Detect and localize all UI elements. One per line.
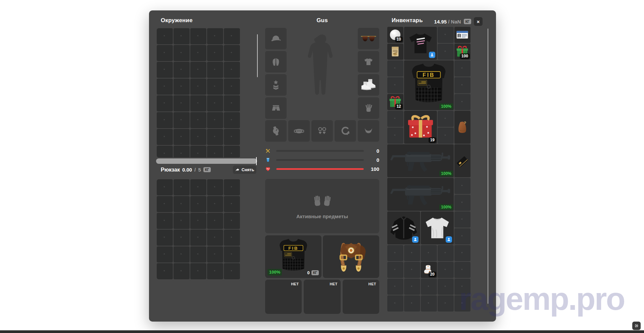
inventory-slot[interactable] xyxy=(387,262,403,278)
equipment-slot-pants[interactable] xyxy=(265,97,287,119)
item-keycard[interactable] xyxy=(454,144,470,177)
active-items-panel[interactable]: Активные предметы xyxy=(265,179,379,233)
equipment-slot-hat[interactable] xyxy=(265,28,287,49)
environment-slot[interactable] xyxy=(224,246,240,263)
inventory-slot[interactable] xyxy=(404,245,420,261)
environment-slot[interactable] xyxy=(207,45,223,61)
inventory-slot[interactable] xyxy=(454,228,470,244)
inventory-slot[interactable] xyxy=(387,279,403,295)
environment-slot[interactable] xyxy=(157,263,173,279)
environment-slot[interactable] xyxy=(157,62,173,78)
environment-slot[interactable] xyxy=(174,129,190,145)
equipment-slot-shirt[interactable] xyxy=(358,51,379,73)
item-white-tshirt[interactable] xyxy=(421,211,454,244)
inventory-slot[interactable] xyxy=(454,178,470,194)
inventory-slot[interactable] xyxy=(438,262,454,278)
weapon-slot-empty[interactable]: НЕТ xyxy=(265,280,302,314)
inventory-slot[interactable] xyxy=(454,245,470,261)
environment-slot[interactable] xyxy=(207,79,223,95)
inventory-slot[interactable] xyxy=(454,295,470,312)
environment-slot[interactable] xyxy=(174,62,190,78)
inventory-slot[interactable] xyxy=(454,77,470,93)
environment-slot[interactable] xyxy=(224,230,240,246)
environment-slot[interactable] xyxy=(157,213,173,229)
equipment-slot-jacket[interactable] xyxy=(265,51,287,73)
environment-slot[interactable] xyxy=(157,129,173,145)
item-smg[interactable]: 100% xyxy=(387,178,454,211)
equipment-slot-necklace[interactable] xyxy=(358,120,379,142)
environment-slot[interactable] xyxy=(157,28,173,44)
environment-slot[interactable] xyxy=(174,28,190,44)
environment-slot[interactable] xyxy=(190,213,206,229)
environment-slot[interactable] xyxy=(157,112,173,128)
inventory-slot[interactable] xyxy=(438,279,454,295)
item-leather-pouch[interactable] xyxy=(454,111,470,144)
weapon-slot-empty[interactable]: НЕТ xyxy=(304,280,340,314)
item-smg[interactable]: 100% xyxy=(387,144,454,177)
environment-slot[interactable] xyxy=(157,45,173,61)
environment-slot[interactable] xyxy=(190,45,206,61)
environment-slot[interactable] xyxy=(207,213,223,229)
environment-slot[interactable] xyxy=(207,230,223,246)
environment-slot[interactable] xyxy=(207,62,223,78)
environment-slot[interactable] xyxy=(157,230,173,246)
environment-slot[interactable] xyxy=(207,129,223,145)
equipment-slot-watch[interactable] xyxy=(265,120,287,142)
environment-slot[interactable] xyxy=(207,179,223,195)
environment-slot[interactable] xyxy=(224,62,240,78)
environment-slot[interactable] xyxy=(224,263,240,279)
environment-slot[interactable] xyxy=(224,28,240,44)
environment-slot[interactable] xyxy=(207,112,223,128)
inventory-slot[interactable] xyxy=(438,27,454,43)
environment-slot[interactable] xyxy=(224,146,240,157)
environment-slot[interactable] xyxy=(207,146,223,157)
environment-slot[interactable] xyxy=(207,196,223,212)
environment-slot[interactable] xyxy=(190,129,206,145)
environment-slot[interactable] xyxy=(174,263,190,279)
environment-slot[interactable] xyxy=(174,45,190,61)
inventory-slot[interactable] xyxy=(421,295,437,312)
armor-slot[interactable]: 100%0КГ xyxy=(265,235,321,278)
environment-slot[interactable] xyxy=(174,246,190,263)
environment-slot[interactable] xyxy=(190,112,206,128)
inventory-slot[interactable] xyxy=(454,60,470,77)
environment-slot[interactable] xyxy=(157,179,173,195)
environment-slot[interactable] xyxy=(157,146,173,157)
inventory-slot[interactable] xyxy=(421,279,437,295)
inventory-slot[interactable] xyxy=(404,295,420,312)
cursor-target-button[interactable] xyxy=(632,322,641,330)
environment-slot[interactable] xyxy=(190,196,206,212)
inventory-slot[interactable] xyxy=(438,44,454,60)
environment-slot[interactable] xyxy=(224,129,240,145)
environment-slot[interactable] xyxy=(224,213,240,229)
inventory-slot[interactable] xyxy=(387,295,403,312)
environment-slot[interactable] xyxy=(190,263,206,279)
environment-slot[interactable] xyxy=(190,146,206,157)
environment-slot[interactable] xyxy=(157,79,173,95)
item-red-gift[interactable]: 19 xyxy=(404,111,437,144)
environment-slot[interactable] xyxy=(207,95,223,111)
environment-slot[interactable] xyxy=(174,95,190,111)
equipment-slot-shoes[interactable] xyxy=(358,74,379,96)
environment-slot[interactable] xyxy=(157,246,173,263)
environment-slot[interactable] xyxy=(174,213,190,229)
item-green-gift[interactable]: 12 xyxy=(387,94,403,110)
environment-slot[interactable] xyxy=(207,263,223,279)
environment-slot[interactable] xyxy=(190,62,206,78)
inventory-slot[interactable] xyxy=(387,128,403,144)
environment-slot[interactable] xyxy=(190,230,206,246)
item-toilet-paper[interactable]: 20 xyxy=(421,262,437,278)
environment-slot[interactable] xyxy=(224,196,240,212)
environment-slot[interactable] xyxy=(174,146,190,157)
environment-scrollbar[interactable] xyxy=(257,34,258,77)
weapon-slot-empty[interactable]: НЕТ xyxy=(343,280,379,314)
inventory-slot[interactable] xyxy=(454,211,470,228)
environment-slot[interactable] xyxy=(207,246,223,263)
inventory-slot[interactable] xyxy=(438,295,454,312)
inventory-slot[interactable] xyxy=(454,279,470,295)
inventory-slot[interactable] xyxy=(438,111,454,127)
item-black-tshirt[interactable] xyxy=(404,27,437,60)
item-snowball[interactable]: 10 xyxy=(387,27,403,43)
environment-slot[interactable] xyxy=(174,179,190,195)
environment-slot[interactable] xyxy=(224,95,240,111)
